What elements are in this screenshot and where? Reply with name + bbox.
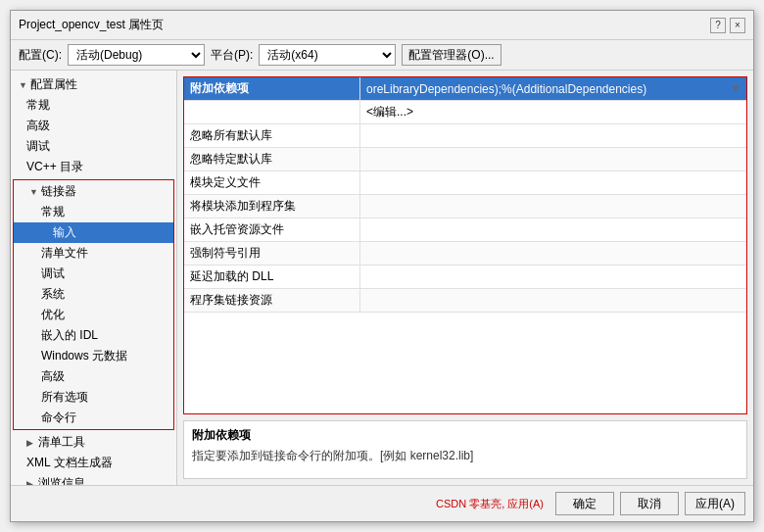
prop-row-force-symbol[interactable]: 强制符号引用 xyxy=(184,242,746,266)
prop-edit-link: <编辑...> xyxy=(366,104,413,121)
watermark-text: CSDN 零基亮, 应用(A) xyxy=(436,497,544,511)
prop-value-delay-load xyxy=(360,266,746,288)
prop-value-ignore-all xyxy=(360,124,746,147)
prop-name-ignore-all: 忽略所有默认库 xyxy=(184,124,360,147)
sidebar-item-browse-info[interactable]: ▶ 浏览信息 xyxy=(11,473,176,485)
prop-value-force-symbol xyxy=(360,242,746,265)
prop-header-value: oreLibraryDependencies);%(AdditionalDepe… xyxy=(360,77,746,100)
sidebar-item-label: 命令行 xyxy=(41,410,76,426)
sidebar-item-label: 嵌入的 IDL xyxy=(41,327,98,344)
prop-row-header[interactable]: 附加依赖项 oreLibraryDependencies);%(Addition… xyxy=(184,77,746,101)
close-button[interactable]: × xyxy=(730,18,745,33)
sidebar-item-config-props[interactable]: ▼ 配置属性 xyxy=(11,74,176,95)
linker-section: ▼ 链接器 常规 输入 清单文件 调试 系统 xyxy=(13,179,174,430)
sidebar-item-label: 调试 xyxy=(41,266,65,282)
sidebar-item-label: VC++ 目录 xyxy=(26,159,83,175)
prop-name-ignore-specific: 忽略特定默认库 xyxy=(184,148,360,170)
sidebar-item-manifest-tool[interactable]: ▶ 清单工具 xyxy=(11,432,176,453)
properties-table: 附加依赖项 oreLibraryDependencies);%(Addition… xyxy=(183,76,747,414)
sidebar-item-debug[interactable]: 调试 xyxy=(11,136,176,157)
prop-row-assembly-link[interactable]: 程序集链接资源 xyxy=(184,289,746,313)
sidebar-item-linker-debug[interactable]: 调试 xyxy=(14,264,173,284)
prop-name-assembly-link: 程序集链接资源 xyxy=(184,289,360,312)
platform-label: 平台(P): xyxy=(211,47,253,64)
config-bar: 配置(C): 活动(Debug) 平台(P): 活动(x64) 配置管理器(O)… xyxy=(11,40,753,71)
prop-row-edit[interactable]: <编辑...> xyxy=(184,101,746,124)
sidebar-item-linker-optimize[interactable]: 优化 xyxy=(14,305,173,325)
sidebar-item-xml-doc-gen[interactable]: XML 文档生成器 xyxy=(11,453,176,473)
bottom-bar: CSDN 零基亮, 应用(A) 确定 取消 应用(A) xyxy=(11,485,753,521)
prop-value-assembly-link xyxy=(360,289,746,312)
sidebar-item-label: 配置属性 xyxy=(30,76,77,93)
desc-title: 附加依赖项 xyxy=(192,427,739,444)
prop-header-value-text: oreLibraryDependencies);%(AdditionalDepe… xyxy=(366,82,646,96)
prop-value-embed-managed xyxy=(360,218,746,241)
sidebar-item-label: XML 文档生成器 xyxy=(26,455,113,471)
sidebar-item-linker-input[interactable]: 输入 xyxy=(14,222,173,243)
content-area: 附加依赖项 oreLibraryDependencies);%(Addition… xyxy=(177,71,753,485)
tree-arrow-down-icon: ▼ xyxy=(19,80,28,90)
prop-row-embed-managed[interactable]: 嵌入托管资源文件 xyxy=(184,218,746,242)
sidebar-item-label: 优化 xyxy=(41,307,65,323)
sidebar-item-label: 高级 xyxy=(26,118,50,134)
main-area: ▼ 配置属性 常规 高级 调试 VC++ 目录 ▼ 链接器 xyxy=(11,71,753,485)
sidebar-item-label: 高级 xyxy=(41,368,65,385)
platform-select[interactable]: 活动(x64) xyxy=(259,44,396,66)
prop-name-delay-load: 延迟加载的 DLL xyxy=(184,266,360,288)
config-label: 配置(C): xyxy=(19,47,62,64)
prop-value-edit[interactable]: <编辑...> xyxy=(360,101,746,123)
prop-value-ignore-specific xyxy=(360,148,746,170)
desc-text: 指定要添加到链接命令行的附加项。[例如 kernel32.lib] xyxy=(192,448,739,464)
config-select[interactable]: 活动(Debug) xyxy=(68,44,205,66)
prop-value-module-def xyxy=(360,171,746,194)
prop-name-embed-managed: 嵌入托管资源文件 xyxy=(184,218,360,241)
sidebar-item-label: 链接器 xyxy=(41,183,76,200)
sidebar-item-general[interactable]: 常规 xyxy=(11,95,176,116)
apply-button[interactable]: 应用(A) xyxy=(685,492,745,515)
prop-row-module-def[interactable]: 模块定义文件 xyxy=(184,171,746,195)
sidebar-item-label: 调试 xyxy=(26,138,50,155)
sidebar-item-label: 常规 xyxy=(26,97,50,114)
sidebar-item-label: Windows 元数据 xyxy=(41,348,127,364)
prop-row-add-to-assembly[interactable]: 将模块添加到程序集 xyxy=(184,195,746,218)
sidebar-item-label: 浏览信息 xyxy=(38,475,85,485)
sidebar-item-label: 清单文件 xyxy=(41,245,88,262)
sidebar-item-advanced[interactable]: 高级 xyxy=(11,116,176,136)
sidebar-item-linker-embedded-idl[interactable]: 嵌入的 IDL xyxy=(14,325,173,346)
title-bar-controls: ? × xyxy=(710,18,745,33)
prop-name-empty xyxy=(184,101,360,123)
description-area: 附加依赖项 指定要添加到链接命令行的附加项。[例如 kernel32.lib] xyxy=(183,420,747,479)
sidebar-item-vc-dirs[interactable]: VC++ 目录 xyxy=(11,157,176,177)
sidebar-item-linker-all-options[interactable]: 所有选项 xyxy=(14,387,173,408)
sidebar-item-linker-manifest[interactable]: 清单文件 xyxy=(14,243,173,264)
prop-value-add-to-assembly xyxy=(360,195,746,218)
sidebar-item-linker-general[interactable]: 常规 xyxy=(14,202,173,222)
prop-name-force-symbol: 强制符号引用 xyxy=(184,242,360,265)
sidebar-item-label: 输入 xyxy=(53,225,76,239)
tree-arrow-down-icon: ▼ xyxy=(29,187,39,197)
sidebar-item-label: 常规 xyxy=(41,204,65,220)
sidebar-item-linker-cmdline[interactable]: 命令行 xyxy=(14,408,173,428)
dropdown-arrow-icon[interactable]: ▼ xyxy=(731,83,740,94)
prop-row-ignore-all[interactable]: 忽略所有默认库 xyxy=(184,124,746,148)
cancel-button[interactable]: 取消 xyxy=(620,492,679,515)
sidebar-item-linker[interactable]: ▼ 链接器 xyxy=(14,181,173,202)
title-bar: Project_opencv_test 属性页 ? × xyxy=(11,11,753,40)
prop-row-ignore-specific[interactable]: 忽略特定默认库 xyxy=(184,148,746,171)
sidebar-item-label: 所有选项 xyxy=(41,389,88,406)
sidebar-item-label: 清单工具 xyxy=(38,434,85,451)
question-button[interactable]: ? xyxy=(710,18,726,33)
sidebar-item-label: 系统 xyxy=(41,286,65,303)
dialog: Project_opencv_test 属性页 ? × 配置(C): 活动(De… xyxy=(10,10,754,522)
prop-name-module-def: 模块定义文件 xyxy=(184,171,360,194)
sidebar: ▼ 配置属性 常规 高级 调试 VC++ 目录 ▼ 链接器 xyxy=(11,71,177,485)
prop-row-delay-load[interactable]: 延迟加载的 DLL xyxy=(184,266,746,289)
prop-name-add-to-assembly: 将模块添加到程序集 xyxy=(184,195,360,218)
dialog-title: Project_opencv_test 属性页 xyxy=(19,17,164,33)
sidebar-item-linker-system[interactable]: 系统 xyxy=(14,284,173,305)
ok-button[interactable]: 确定 xyxy=(555,492,614,515)
config-manager-button[interactable]: 配置管理器(O)... xyxy=(402,44,501,66)
sidebar-item-linker-win-metadata[interactable]: Windows 元数据 xyxy=(14,346,173,366)
prop-header-name: 附加依赖项 xyxy=(184,77,360,100)
sidebar-item-linker-advanced[interactable]: 高级 xyxy=(14,366,173,387)
